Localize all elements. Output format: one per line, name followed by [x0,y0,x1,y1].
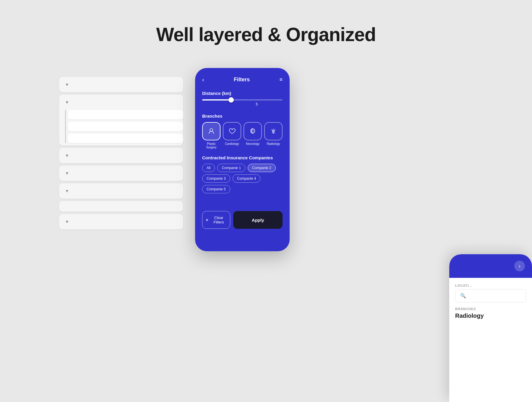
phone-content: Distance (km) 5 Branches Plastic Su [195,88,290,203]
chevron-down-icon-4: ▼ [65,171,69,176]
menu-icon[interactable]: ≡ [279,77,283,83]
branches-label: Branches [202,114,283,119]
branches-section-label: BRANCHES [455,307,526,311]
branch-icon-neurology [244,122,262,140]
insurance-tag-4[interactable]: Companie 4 [233,174,261,183]
phone-mockup: ‹ Filters ≡ Distance (km) 5 Branches [195,68,290,251]
branches-grid: Plastic Surgery Cardiology [202,122,283,149]
branch-icon-plastic-surgery [202,122,220,140]
accordion-sub-item-1[interactable] [68,110,183,119]
distance-slider-section: Distance (km) 5 [202,91,283,106]
accordion-item-2-open: ▼ [59,95,183,145]
slider-fill [202,99,233,100]
clear-icon: ✕ [205,218,209,222]
branch-label-neurology: Neurology [246,142,259,146]
phone-partial-arrow[interactable]: › [514,261,525,271]
insurance-tag-5[interactable]: Companie 5 [202,185,230,193]
branch-label-plastic-surgery: Plastic Surgery [202,142,220,149]
phone-header: ‹ Filters ≡ [195,68,290,88]
accordion-sub-item-3[interactable] [68,134,183,143]
chevron-down-icon: ▼ [65,82,69,87]
insurance-tag-3[interactable]: Companie 3 [202,174,230,183]
chevron-down-icon-7: ▼ [65,219,69,224]
page-title: Well layered & Organized [0,0,532,46]
slider-thumb[interactable] [228,97,234,103]
accordion-container: ▼ ▼ ▼ ▼ ▼ ▼ [59,77,183,232]
branch-icon-radiology [264,122,283,140]
accordion-item-5[interactable]: ▼ [59,183,183,199]
insurance-tag-2[interactable]: Companie 2 [248,164,276,172]
branch-item-plastic-surgery[interactable]: Plastic Surgery [202,122,220,149]
accordion-sub-items-inner [68,110,183,143]
accordion-item-1[interactable]: ▼ [59,77,183,92]
back-button[interactable]: ‹ [202,76,204,83]
search-field[interactable]: 🔍 [455,289,526,302]
phone-screen-title: Filters [234,77,250,83]
branch-label-radiology: Radiology [267,142,280,146]
chevron-down-icon-5: ▼ [65,189,69,193]
accordion-sub-items [62,110,183,143]
phone-partial-content: LOCATI... 🔍 BRANCHES Radiology [449,278,532,325]
insurance-tag-all[interactable]: All [202,164,215,172]
insurance-label: Contracted Insurance Companies [202,155,283,160]
branch-item-cardiology[interactable]: Cardiology [223,122,241,149]
location-label: LOCATI... [455,284,526,287]
accordion-item-6[interactable] [59,201,183,212]
branches-value: Radiology [455,312,526,319]
accordion-item-3[interactable]: ▼ [59,148,183,163]
apply-button[interactable]: Apply [233,211,283,229]
accordion-sub-item-2[interactable] [68,122,183,131]
slider-track[interactable] [202,99,283,100]
chevron-down-icon-3: ▼ [65,153,69,158]
chevron-down-icon-2: ▼ [65,100,69,105]
insurance-tag-1[interactable]: Companie 1 [217,164,245,172]
branch-icon-cardiology [223,122,241,140]
branch-item-neurology[interactable]: Neurology [244,122,262,149]
phone-partial: › LOCATI... 🔍 BRANCHES Radiology [449,254,532,402]
slider-value: 5 [231,102,283,106]
insurance-section: Contracted Insurance Companies All Compa… [202,155,283,193]
accordion-item-2-header[interactable]: ▼ [59,95,183,110]
clear-filters-button[interactable]: ✕ Clear Filters [202,211,230,229]
branch-label-cardiology: Cardiology [225,142,239,146]
search-icon: 🔍 [460,293,466,299]
distance-label: Distance (km) [202,91,283,96]
phone-partial-header: › [449,254,532,278]
accordion-item-4[interactable]: ▼ [59,166,183,181]
branches-section: Branches Plastic Surgery [202,114,283,149]
insurance-tags: All Companie 1 Companie 2 Companie 3 Com… [202,164,283,193]
clear-label: Clear Filters [210,215,227,224]
branch-item-radiology[interactable]: Radiology [264,122,283,149]
phone-footer: ✕ Clear Filters Apply [195,206,290,234]
accordion-item-7[interactable]: ▼ [59,214,183,229]
